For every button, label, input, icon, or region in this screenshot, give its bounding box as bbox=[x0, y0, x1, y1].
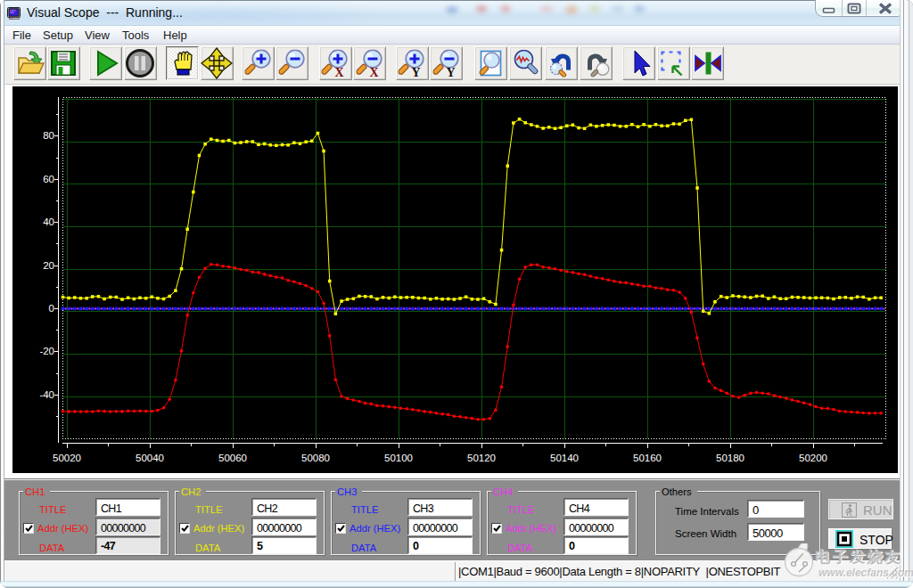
svg-text:50060: 50060 bbox=[218, 453, 247, 463]
svg-text:80: 80 bbox=[43, 130, 54, 141]
svg-text:-20: -20 bbox=[39, 346, 54, 356]
svg-text:0: 0 bbox=[49, 303, 54, 314]
svg-text:Y: Y bbox=[446, 65, 455, 77]
svg-text:50120: 50120 bbox=[467, 453, 496, 463]
svg-text:-40: -40 bbox=[39, 389, 54, 400]
svg-text:X: X bbox=[334, 65, 343, 77]
svg-text:50040: 50040 bbox=[136, 453, 164, 463]
svg-text:50020: 50020 bbox=[53, 453, 81, 463]
svg-text:X: X bbox=[369, 65, 378, 77]
svg-text:20: 20 bbox=[43, 260, 54, 271]
svg-text:50140: 50140 bbox=[550, 453, 579, 463]
svg-text:50100: 50100 bbox=[384, 453, 413, 463]
svg-text:50180: 50180 bbox=[716, 453, 744, 463]
svg-text:60: 60 bbox=[43, 174, 54, 184]
svg-text:40: 40 bbox=[43, 216, 54, 227]
svg-text:50160: 50160 bbox=[633, 453, 662, 463]
svg-text:Y: Y bbox=[411, 65, 420, 77]
svg-text:50200: 50200 bbox=[799, 453, 827, 463]
svg-text:50080: 50080 bbox=[301, 453, 330, 463]
